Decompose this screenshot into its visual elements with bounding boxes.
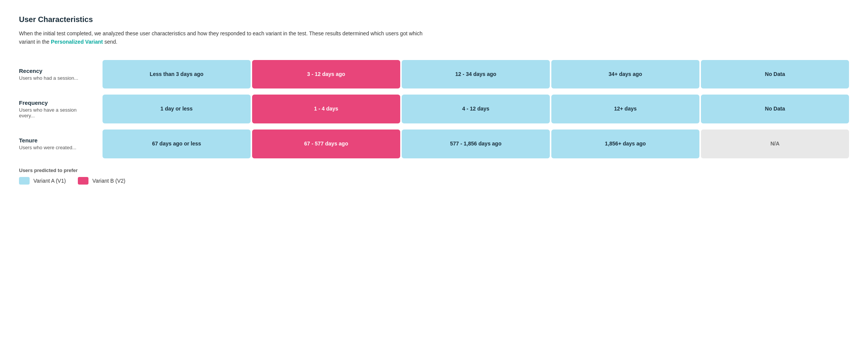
cell-tenure-4: N/A	[701, 130, 849, 158]
row-recency: RecencyUsers who had a session...Less th…	[19, 60, 849, 89]
legend-label-variant-a: Variant A (V1)	[33, 178, 66, 184]
label-sub-frequency: Users who have a session every...	[19, 107, 93, 118]
legend-item-variant-b: Variant B (V2)	[78, 177, 125, 185]
page-title: User Characteristics	[19, 15, 849, 24]
legend-item-variant-a: Variant A (V1)	[19, 177, 66, 185]
legend-label-variant-b: Variant B (V2)	[92, 178, 125, 184]
cells-frequency: 1 day or less1 - 4 days4 - 12 days12+ da…	[103, 95, 849, 123]
cell-tenure-0: 67 days ago or less	[103, 130, 251, 158]
row-frequency: FrequencyUsers who have a session every.…	[19, 95, 849, 123]
cell-frequency-0: 1 day or less	[103, 95, 251, 123]
label-sub-recency: Users who had a session...	[19, 75, 93, 81]
cell-recency-2: 12 - 34 days ago	[402, 60, 550, 89]
cell-recency-0: Less than 3 days ago	[103, 60, 251, 89]
legend-section: Users predicted to prefer Variant A (V1)…	[19, 167, 849, 185]
cell-frequency-1: 1 - 4 days	[252, 95, 400, 123]
cell-frequency-4: No Data	[701, 95, 849, 123]
cell-tenure-2: 577 - 1,856 days ago	[402, 130, 550, 158]
row-tenure: TenureUsers who were created...67 days a…	[19, 130, 849, 158]
label-frequency: FrequencyUsers who have a session every.…	[19, 95, 103, 123]
cells-recency: Less than 3 days ago3 - 12 days ago12 - …	[103, 60, 849, 89]
cell-tenure-1: 67 - 577 days ago	[252, 130, 400, 158]
label-sub-tenure: Users who were created...	[19, 145, 93, 150]
legend-swatch-variant-b	[78, 177, 88, 185]
cell-recency-1: 3 - 12 days ago	[252, 60, 400, 89]
legend-swatch-variant-a	[19, 177, 30, 185]
label-title-recency: Recency	[19, 68, 93, 74]
legend-title: Users predicted to prefer	[19, 167, 849, 173]
label-tenure: TenureUsers who were created...	[19, 130, 103, 158]
description-text2: send.	[103, 39, 117, 45]
cell-frequency-2: 4 - 12 days	[402, 95, 550, 123]
cell-frequency-3: 12+ days	[551, 95, 699, 123]
label-recency: RecencyUsers who had a session...	[19, 60, 103, 89]
label-title-tenure: Tenure	[19, 137, 93, 144]
personalized-variant-link[interactable]: Personalized Variant	[51, 39, 103, 45]
characteristics-container: RecencyUsers who had a session...Less th…	[19, 60, 849, 158]
cell-tenure-3: 1,856+ days ago	[551, 130, 699, 158]
legend-items: Variant A (V1)Variant B (V2)	[19, 177, 849, 185]
description: When the initial test completed, we anal…	[19, 29, 437, 46]
cell-recency-3: 34+ days ago	[551, 60, 699, 89]
label-title-frequency: Frequency	[19, 100, 93, 106]
cells-tenure: 67 days ago or less67 - 577 days ago577 …	[103, 130, 849, 158]
cell-recency-4: No Data	[701, 60, 849, 89]
